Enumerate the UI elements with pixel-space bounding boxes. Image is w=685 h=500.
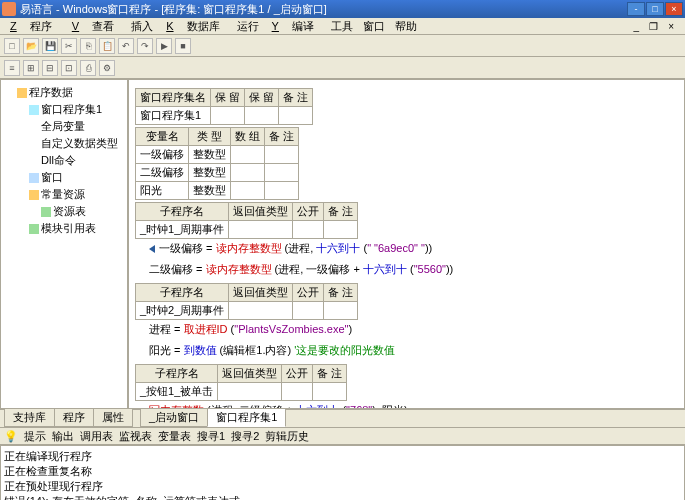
pointer-icon [149,245,155,253]
code-editor[interactable]: 窗口程序集名保 留保 留备 注窗口程序集1 变量名类 型数 组备 注一级偏移整数… [128,79,685,409]
output-toolbar: 💡 提示 输出 调用表 监视表 变量表 搜寻1 搜寻2 剪辑历史 [0,427,685,445]
tree-win[interactable]: 窗口 [5,169,123,186]
tb2-2-icon[interactable]: ⊞ [23,60,39,76]
outbar-watch[interactable]: 监视表 [119,429,152,444]
close-button[interactable]: × [665,2,683,16]
tab-program[interactable]: 程序 [54,408,94,427]
tree-set[interactable]: 窗口程序集1 [5,101,123,118]
outbar-find2[interactable]: 搜寻2 [231,429,259,444]
toolbar-1: □ 📂 💾 ✂ ⎘ 📋 ↶ ↷ ▶ ■ [0,35,685,57]
table-sub2: 子程序名返回值类型公开备 注_时钟2_周期事件 [135,283,358,320]
mdi-close-icon[interactable]: × [665,20,677,33]
tb2-1-icon[interactable]: ≡ [4,60,20,76]
window-title: 易语言 - Windows窗口程序 - [程序集: 窗口程序集1 / _启动窗口… [20,2,627,17]
maximize-button[interactable]: □ [646,2,664,16]
undo-icon[interactable]: ↶ [118,38,134,54]
code-line-2[interactable]: 二级偏移 = 读内存整数型 (进程, 一级偏移 + 十六到十 ("5560")) [149,262,678,277]
code-line-4[interactable]: 阳光 = 到数值 (编辑框1.内容) '这是要改的阳光数值 [149,343,678,358]
run-icon[interactable]: ▶ [156,38,172,54]
menu-window[interactable]: 窗口 [360,18,388,35]
tab-set[interactable]: 窗口程序集1 [207,408,286,427]
tab-props[interactable]: 属性 [93,408,133,427]
sidebar: 程序数据 窗口程序集1 全局变量 自定义数据类型 Dll命令 窗口 常量资源 资… [0,79,128,409]
menu-y[interactable]: Y 编译 [266,18,324,35]
table-prog-set: 窗口程序集名保 留保 留备 注窗口程序集1 [135,88,313,125]
bottom-tabs-left: 支持库 程序 属性 _启动窗口 窗口程序集1 [0,409,685,427]
code-line-1[interactable]: 一级偏移 = 读内存整数型 (进程, 十六到十 (" "6a9ec0" ")) [149,241,678,256]
redo-icon[interactable]: ↷ [137,38,153,54]
outbar-clip[interactable]: 剪辑历史 [265,429,309,444]
tree-custom[interactable]: 自定义数据类型 [5,135,123,152]
table-vars: 变量名类 型数 组备 注一级偏移整数型二级偏移整数型阳光整数型 [135,127,299,200]
menu-help[interactable]: 帮助 [392,18,420,35]
tb2-3-icon[interactable]: ⊟ [42,60,58,76]
output-line: 正在预处理现行程序 [4,479,681,494]
tree-res[interactable]: 常量资源 [5,186,123,203]
outbar-vars[interactable]: 变量表 [158,429,191,444]
tb2-4-icon[interactable]: ⊡ [61,60,77,76]
paste-icon[interactable]: 📋 [99,38,115,54]
window-buttons: - □ × [627,2,683,16]
copy-icon[interactable]: ⎘ [80,38,96,54]
main-area: 程序数据 窗口程序集1 全局变量 自定义数据类型 Dll命令 窗口 常量资源 资… [0,79,685,409]
cut-icon[interactable]: ✂ [61,38,77,54]
outbar-hint[interactable]: 提示 [24,429,46,444]
mdi-restore-icon[interactable]: ❐ [646,20,661,33]
tab-start[interactable]: _启动窗口 [140,408,208,427]
menu-run[interactable]: 运行 [234,18,262,35]
tab-support[interactable]: 支持库 [4,408,55,427]
menu-k[interactable]: K 数据库 [160,18,229,35]
tb2-5-icon[interactable]: ⎙ [80,60,96,76]
mdi-min-icon[interactable]: _ [631,20,643,33]
project-tree[interactable]: 程序数据 窗口程序集1 全局变量 自定义数据类型 Dll命令 窗口 常量资源 资… [1,80,127,241]
menu-v[interactable]: V 查看 [66,18,124,35]
save-icon[interactable]: 💾 [42,38,58,54]
hint-icon: 💡 [4,430,18,443]
toolbar-2: ≡ ⊞ ⊟ ⊡ ⎙ ⚙ [0,57,685,79]
tree-restbl[interactable]: 资源表 [5,203,123,220]
minimize-button[interactable]: - [627,2,645,16]
menu-tools[interactable]: 工具 [328,18,356,35]
outbar-out[interactable]: 输出 [52,429,74,444]
outbar-debug[interactable]: 调用表 [80,429,113,444]
output-line: 正在检查重复名称 [4,464,681,479]
stop-icon[interactable]: ■ [175,38,191,54]
tree-root[interactable]: 程序数据 [5,84,123,101]
menubar: Z 程序 V 查看 插入 K 数据库 运行 Y 编译 工具 窗口 帮助 _ ❐ … [0,18,685,35]
table-sub1: 子程序名返回值类型公开备 注_时钟1_周期事件 [135,202,358,239]
table-sub3: 子程序名返回值类型公开备 注_按钮1_被单击 [135,364,347,401]
titlebar: 易语言 - Windows窗口程序 - [程序集: 窗口程序集1 / _启动窗口… [0,0,685,18]
new-icon[interactable]: □ [4,38,20,54]
tb2-6-icon[interactable]: ⚙ [99,60,115,76]
menu-insert[interactable]: 插入 [128,18,156,35]
menu-z[interactable]: Z 程序 [4,18,62,35]
tree-dll[interactable]: Dll命令 [5,152,123,169]
output-line: 错误(14): 存在无效的字符, 名称, 运算符或表达式. [4,494,681,500]
open-icon[interactable]: 📂 [23,38,39,54]
code-line-3[interactable]: 进程 = 取进程ID ("PlantsVsZombies.exe") [149,322,678,337]
tree-global[interactable]: 全局变量 [5,118,123,135]
output-panel[interactable]: 正在编译现行程序 正在检查重复名称 正在预处理现行程序 错误(14): 存在无效… [0,445,685,500]
app-icon [2,2,16,16]
output-line: 正在编译现行程序 [4,449,681,464]
outbar-find1[interactable]: 搜寻1 [197,429,225,444]
tree-modref[interactable]: 模块引用表 [5,220,123,237]
